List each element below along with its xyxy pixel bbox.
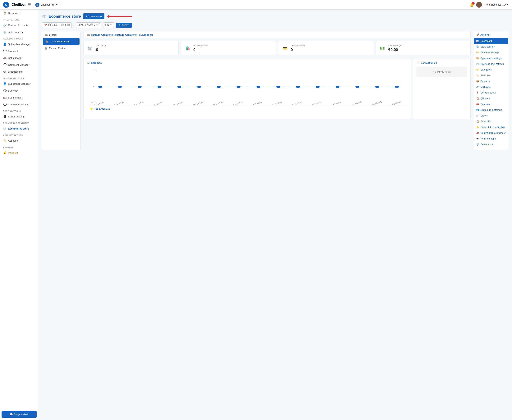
action-business-hours[interactable]: 🕐 Business hour settings: [474, 61, 508, 67]
action-copy-url-icon: 📋: [476, 120, 479, 123]
navbar-left: C Cheifbot ☰ 🤖 Cheifbot Pro ▼: [3, 2, 60, 8]
sidebar-item-ig-subscriber[interactable]: 👤 Subscriber Manager: [0, 80, 38, 87]
sidebar-item-fb-bot[interactable]: 🤖 Bot manager: [0, 54, 38, 61]
store-flavour-icon: 🏬: [45, 47, 47, 50]
main-content: 🛒 Ecommerce store + Create store 📅 2024-…: [38, 10, 512, 420]
action-visit-store[interactable]: 🔗 Visit store: [474, 84, 508, 90]
svg-point-14: [296, 86, 300, 88]
dashboard-main: 🏬 Couture Creations ( Couture Creations …: [83, 31, 471, 150]
earnings-section: 📊 Earnings 1 0 -1: [83, 58, 411, 119]
cart-icon: 📋: [416, 61, 420, 64]
payment-icon: 💰: [3, 151, 7, 154]
svg-text:7 May: 7 May: [311, 101, 323, 105]
action-store-settings[interactable]: ⚙️ Store settings: [474, 44, 508, 50]
store-item-flavour[interactable]: 🏬 Flavour Fusion: [42, 45, 80, 52]
sidebar-item-api-channels[interactable]: 📡 API channels: [0, 29, 38, 36]
dashboard-icon: 🏠: [3, 11, 7, 15]
brand-icon: 🤖: [35, 3, 39, 7]
fb-comment-icon: 💭: [3, 63, 7, 67]
top-products-title: ⭐ Top products: [90, 107, 405, 110]
stat-card-total-order: 🛒 Total order 0: [83, 41, 179, 55]
cart-activities-title: 📋 Cart activities: [416, 61, 467, 64]
chart-svg: 1 0 -1: [87, 67, 407, 105]
action-appearance-settings[interactable]: 🎨 Appearance settings: [474, 55, 508, 61]
earnings-icon: 📊: [87, 61, 90, 64]
hamburger-icon[interactable]: ☰: [28, 3, 31, 7]
svg-point-10: [217, 86, 221, 88]
sidebar-item-social-posting[interactable]: 📱 Social Posting: [0, 113, 38, 120]
action-business-icon: 🕐: [476, 63, 479, 65]
date-from-input[interactable]: 📅 2024-04-15 00:00:00: [42, 22, 72, 28]
action-products[interactable]: 📦 Products: [474, 78, 508, 84]
actions-icon: 🚀: [476, 33, 479, 36]
sidebar-item-fb-livechat[interactable]: 💬 Live chat: [0, 47, 38, 54]
checkout-order-value: 0: [291, 47, 305, 52]
sidebar-item-dashboard[interactable]: 🏠 Dashboard: [0, 10, 38, 16]
stats-row: 🛒 Total order 0 🛍️ Recovered cart 0: [83, 41, 471, 55]
action-orders[interactable]: 🛒 Orders: [474, 113, 508, 119]
layout: 🏠 Dashboard INTEGRATIONS 🔗 Connect Accou…: [0, 10, 512, 420]
svg-point-7: [157, 86, 162, 88]
action-reminder-report[interactable]: 👁️ Reminder report: [474, 136, 508, 142]
action-delivery-points[interactable]: 📍 Delivery points: [474, 90, 508, 96]
action-confirmation-reminder[interactable]: 📣 Confirmation & reminder: [474, 130, 508, 136]
date-to-input[interactable]: 2024-05-15 23:59:59: [76, 22, 101, 28]
svg-text:1: 1: [93, 69, 96, 72]
sidebar-item-fb-subscriber[interactable]: 👤 Subscriber Manager: [0, 41, 38, 47]
sidebar-item-fb-broadcasting[interactable]: 📢 Broadcasting: [0, 68, 38, 75]
user-name[interactable]: Trend Business CO ▼: [484, 3, 509, 6]
ig-bot-icon: 🤖: [3, 96, 7, 99]
action-qr-menu[interactable]: 📋 QR menu: [474, 96, 508, 101]
sidebar-item-payment[interactable]: 💰 Payment: [0, 149, 38, 156]
brand-dropdown[interactable]: 🤖 Cheifbot Pro ▼: [33, 2, 60, 8]
action-delivery-icon: 📍: [476, 91, 479, 94]
action-dashboard[interactable]: 📊 Dashboard: [474, 38, 508, 44]
social-posting-icon: 📱: [3, 115, 7, 118]
action-delete-store[interactable]: 🗑️ Delete store: [474, 142, 508, 147]
action-products-icon: 📦: [476, 80, 479, 82]
action-store-settings-icon: ⚙️: [476, 45, 479, 48]
action-copy-url[interactable]: 📋 Copy URL: [474, 119, 508, 124]
sidebar-item-appsumo[interactable]: 🏷️ Appsumo: [0, 137, 38, 144]
svg-point-8: [177, 86, 181, 88]
arrow-head-icon: [107, 15, 109, 18]
sidebar-item-ig-bot[interactable]: 🤖 Bot manager: [0, 94, 38, 101]
action-order-notification[interactable]: 🔔 Order status notification: [474, 124, 508, 130]
svg-point-18: [375, 86, 379, 88]
sidebar-item-ecommerce-store[interactable]: 🛒 Ecommerce store: [0, 125, 38, 132]
total-earnings-label: Total earnings: [388, 44, 401, 46]
app-logo: Cheifbot: [12, 3, 25, 7]
action-coupons[interactable]: 🎟️ Coupons: [474, 101, 508, 107]
action-orders-icon: 🛒: [476, 114, 479, 117]
currency-select[interactable]: INR ▼: [103, 22, 114, 28]
action-visit-icon: 🔗: [476, 86, 479, 88]
action-reminder-icon: 👁️: [476, 137, 479, 140]
svg-point-11: [236, 86, 241, 88]
section-facebook: FACEBOOK TOOLS: [0, 36, 38, 41]
sidebar: 🏠 Dashboard INTEGRATIONS 🔗 Connect Accou…: [0, 10, 38, 420]
notification-badge: 1: [472, 2, 475, 5]
brand-dropdown-arrow: ▼: [56, 3, 58, 6]
store-item-couture[interactable]: 🏬 Couture Creations: [43, 38, 80, 45]
svg-text:23 Apr: 23 Apr: [172, 101, 185, 105]
search-button[interactable]: 🔍 Search: [116, 22, 132, 28]
action-checkout-settings[interactable]: 💳 Checkout settings: [474, 50, 508, 55]
svg-text:29 Apr: 29 Apr: [232, 101, 244, 105]
create-store-button[interactable]: + Create store: [83, 13, 105, 19]
sidebar-item-fb-comment[interactable]: 💭 Comment Manager: [0, 61, 38, 68]
total-order-icon: 🛒: [87, 45, 94, 52]
action-categories[interactable]: 📁 Categories: [474, 67, 508, 73]
sidebar-item-ig-livechat[interactable]: 💬 Live chat: [0, 87, 38, 94]
action-attributes-icon: 🏷️: [476, 74, 479, 77]
section-integrations: INTEGRATIONS: [0, 16, 38, 22]
action-attributes[interactable]: 🏷️ Attributes: [474, 73, 508, 78]
sidebar-item-ig-comment[interactable]: 💭 Comment Manager: [0, 101, 38, 108]
stores-panel: 🏬 Stores 🏬 Couture Creations 🏬 Flavour F…: [42, 31, 81, 150]
notification-bell[interactable]: 🔔 1: [470, 3, 474, 7]
action-signed-up-customers[interactable]: 👥 Signed-up customers: [474, 107, 508, 113]
action-checkout-icon: 💳: [476, 51, 479, 54]
sidebar-item-connect-accounts[interactable]: 🔗 Connect Accounts: [0, 22, 38, 29]
svg-point-4: [98, 86, 102, 88]
support-desk-button[interactable]: 💬 Support desk: [1, 411, 37, 418]
action-delete-icon: 🗑️: [476, 143, 479, 146]
